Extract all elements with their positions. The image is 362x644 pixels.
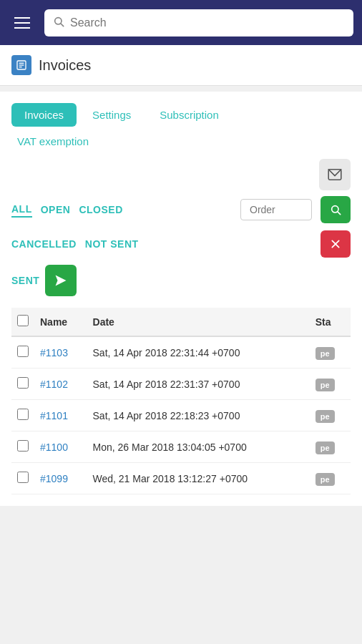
search-icon bbox=[53, 16, 64, 30]
table-row: #1100 Mon, 26 Mar 2018 13:04:05 +0700 pe bbox=[11, 431, 351, 463]
row-checkbox-cell bbox=[11, 463, 34, 494]
filter-open[interactable]: OPEN bbox=[41, 203, 71, 217]
hamburger-line-2 bbox=[14, 22, 30, 24]
page-icon bbox=[11, 55, 31, 75]
main-content: Invoices Settings Subscription VAT exemp… bbox=[0, 92, 362, 506]
status-badge: pe bbox=[315, 441, 335, 454]
svg-line-8 bbox=[338, 212, 341, 215]
filter-sent[interactable]: SENT bbox=[11, 273, 39, 288]
filter-row-1: ALL OPEN CLOSED bbox=[11, 196, 351, 223]
email-btn-row bbox=[11, 159, 351, 190]
row-status-cell: pe bbox=[310, 463, 351, 494]
tab-subscription[interactable]: Subscription bbox=[147, 103, 232, 127]
row-date-cell: Wed, 21 Mar 2018 13:12:27 +0700 bbox=[87, 463, 310, 494]
row-checkbox[interactable] bbox=[17, 409, 29, 420]
row-status-cell: pe bbox=[310, 400, 351, 431]
row-checkbox-cell bbox=[11, 400, 34, 431]
row-date-cell: Sat, 14 Apr 2018 22:18:23 +0700 bbox=[87, 400, 310, 431]
row-status-cell: pe bbox=[310, 369, 351, 400]
select-all-checkbox[interactable] bbox=[17, 315, 29, 326]
row-name-cell: #1100 bbox=[34, 431, 87, 463]
row-checkbox[interactable] bbox=[17, 440, 29, 452]
order-input[interactable] bbox=[240, 199, 312, 220]
row-date-cell: Sat, 14 Apr 2018 22:31:44 +0700 bbox=[87, 336, 310, 369]
row-date-cell: Sat, 14 Apr 2018 22:31:37 +0700 bbox=[87, 369, 310, 400]
search-bar bbox=[44, 9, 353, 36]
sent-action-button[interactable] bbox=[45, 265, 77, 296]
vat-exemption-button[interactable]: VAT exemption bbox=[11, 132, 94, 150]
top-bar bbox=[0, 0, 362, 45]
col-name: Name bbox=[34, 308, 87, 336]
vat-exemption-row: VAT exemption bbox=[11, 132, 351, 150]
col-status: Sta bbox=[310, 308, 351, 336]
invoice-link[interactable]: #1099 bbox=[40, 473, 68, 484]
status-badge: pe bbox=[315, 410, 335, 423]
row-name-cell: #1101 bbox=[34, 400, 87, 431]
email-button[interactable] bbox=[319, 159, 351, 190]
invoice-link[interactable]: #1102 bbox=[40, 379, 68, 390]
table-row: #1102 Sat, 14 Apr 2018 22:31:37 +0700 pe bbox=[11, 369, 351, 400]
table-header-row: Name Date Sta bbox=[11, 308, 351, 336]
filter-closed[interactable]: CLOSED bbox=[79, 203, 122, 217]
table-row: #1101 Sat, 14 Apr 2018 22:18:23 +0700 pe bbox=[11, 400, 351, 431]
status-badge: pe bbox=[315, 379, 335, 391]
filter-row-3: SENT bbox=[11, 265, 351, 296]
row-checkbox-cell bbox=[11, 431, 34, 463]
tab-invoices[interactable]: Invoices bbox=[11, 103, 77, 127]
filter-cancelled[interactable]: CANCELLED bbox=[11, 237, 77, 251]
tab-settings[interactable]: Settings bbox=[79, 103, 144, 127]
row-date-cell: Mon, 26 Mar 2018 13:04:05 +0700 bbox=[87, 431, 310, 463]
filter-search-button[interactable] bbox=[321, 196, 351, 223]
hamburger-line-1 bbox=[14, 17, 30, 19]
svg-line-1 bbox=[61, 24, 64, 26]
table-row: #1099 Wed, 21 Mar 2018 13:12:27 +0700 pe bbox=[11, 463, 351, 494]
status-badge: pe bbox=[315, 473, 335, 486]
hamburger-line-3 bbox=[14, 27, 30, 29]
col-checkbox bbox=[11, 308, 34, 336]
filter-row-2: CANCELLED NOT SENT bbox=[11, 230, 351, 258]
row-checkbox-cell bbox=[11, 369, 34, 400]
page-header: Invoices bbox=[0, 45, 362, 86]
search-input[interactable] bbox=[70, 16, 345, 29]
filter-clear-button[interactable] bbox=[321, 230, 351, 258]
hamburger-button[interactable] bbox=[9, 11, 36, 34]
filter-all[interactable]: ALL bbox=[11, 202, 32, 218]
row-checkbox[interactable] bbox=[17, 472, 29, 483]
page-title: Invoices bbox=[39, 57, 91, 74]
status-badge: pe bbox=[315, 347, 335, 360]
col-date: Date bbox=[87, 308, 310, 336]
row-checkbox[interactable] bbox=[17, 377, 29, 389]
table-row: #1103 Sat, 14 Apr 2018 22:31:44 +0700 pe bbox=[11, 336, 351, 369]
row-checkbox[interactable] bbox=[17, 346, 29, 357]
row-status-cell: pe bbox=[310, 431, 351, 463]
invoice-link[interactable]: #1103 bbox=[40, 347, 68, 358]
row-name-cell: #1099 bbox=[34, 463, 87, 494]
row-status-cell: pe bbox=[310, 336, 351, 369]
row-name-cell: #1102 bbox=[34, 369, 87, 400]
invoice-table: Name Date Sta #1103 Sat, 14 Apr 2018 22:… bbox=[11, 308, 351, 494]
filter-not-sent[interactable]: NOT SENT bbox=[85, 237, 139, 251]
row-checkbox-cell bbox=[11, 336, 34, 369]
invoice-link[interactable]: #1100 bbox=[40, 441, 68, 453]
svg-marker-11 bbox=[56, 275, 67, 286]
tabs-row: Invoices Settings Subscription bbox=[11, 103, 351, 127]
filter-block: ALL OPEN CLOSED CANCELLED NOT SENT bbox=[11, 196, 351, 296]
row-name-cell: #1103 bbox=[34, 336, 87, 369]
invoice-link[interactable]: #1101 bbox=[40, 410, 68, 421]
